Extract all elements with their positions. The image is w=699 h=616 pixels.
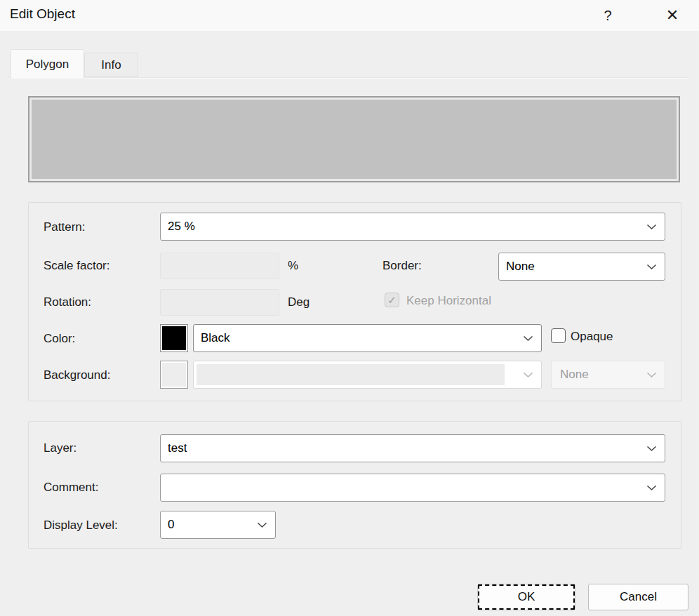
comment-dropdown[interactable] — [160, 474, 665, 502]
pattern-label: Pattern: — [44, 220, 86, 234]
display-level-label: Display Level: — [44, 518, 118, 533]
border-value: None — [506, 260, 535, 274]
chevron-down-icon — [646, 485, 657, 491]
tab-info-label: Info — [101, 58, 121, 72]
chevron-down-icon — [646, 224, 657, 230]
scale-factor-label: Scale factor: — [44, 259, 110, 273]
rotation-label: Rotation: — [44, 295, 91, 309]
background-swatch — [160, 361, 188, 389]
background-label: Background: — [44, 368, 110, 382]
pattern-preview-fill — [32, 100, 677, 179]
comment-label: Comment: — [44, 481, 98, 495]
background-swatch-fill — [162, 363, 186, 387]
layer-dropdown[interactable]: test — [160, 434, 665, 462]
display-level-dropdown[interactable]: 0 — [160, 511, 276, 539]
tab-polygon[interactable]: Polygon — [11, 49, 84, 79]
checkmark-icon: ✓ — [387, 294, 397, 307]
ok-button[interactable]: OK — [477, 584, 575, 610]
rotation-input — [160, 289, 279, 316]
background-dropdown — [193, 361, 542, 389]
background-mode-value: None — [560, 368, 589, 382]
scale-factor-input — [160, 253, 279, 279]
opaque-checkbox[interactable] — [551, 328, 566, 343]
color-swatch[interactable] — [160, 324, 188, 352]
color-label: Color: — [44, 332, 75, 346]
layer-value: test — [168, 441, 187, 455]
color-dropdown[interactable]: Black — [193, 324, 542, 352]
scale-factor-unit: % — [288, 259, 298, 273]
keep-horizontal-checkbox: ✓ — [385, 293, 399, 307]
border-label: Border: — [382, 259, 422, 273]
help-icon[interactable]: ? — [590, 0, 626, 31]
edit-object-dialog: Edit Object ? ✕ Polygon Info Pattern: 25… — [0, 0, 699, 616]
layer-label: Layer: — [44, 441, 76, 455]
color-swatch-fill — [162, 326, 186, 350]
chevron-down-icon — [646, 372, 657, 378]
pattern-value: 25 % — [168, 220, 195, 234]
tab-info[interactable]: Info — [84, 53, 138, 77]
background-value — [197, 364, 505, 385]
keep-horizontal-label: Keep Horizontal — [406, 294, 491, 308]
ok-button-label: OK — [518, 590, 535, 604]
pattern-preview — [28, 96, 680, 182]
chevron-down-icon — [523, 335, 533, 342]
display-level-value: 0 — [168, 518, 174, 532]
color-value: Black — [201, 331, 230, 345]
rotation-unit: Deg — [288, 295, 309, 309]
tab-strip-divider — [7, 77, 689, 79]
cancel-button-label: Cancel — [620, 590, 657, 604]
chevron-down-icon — [646, 264, 657, 270]
close-icon[interactable]: ✕ — [653, 0, 692, 31]
background-mode-dropdown: None — [551, 361, 665, 389]
chevron-down-icon — [257, 522, 267, 528]
cancel-button[interactable]: Cancel — [588, 584, 688, 610]
pattern-dropdown[interactable]: 25 % — [160, 213, 665, 241]
border-dropdown[interactable]: None — [498, 253, 665, 281]
chevron-down-icon — [523, 372, 533, 378]
window-title: Edit Object — [10, 6, 75, 22]
opaque-label: Opaque — [571, 330, 613, 344]
titlebar: Edit Object ? ✕ — [0, 0, 699, 31]
chevron-down-icon — [646, 446, 657, 452]
tab-polygon-label: Polygon — [26, 58, 69, 72]
